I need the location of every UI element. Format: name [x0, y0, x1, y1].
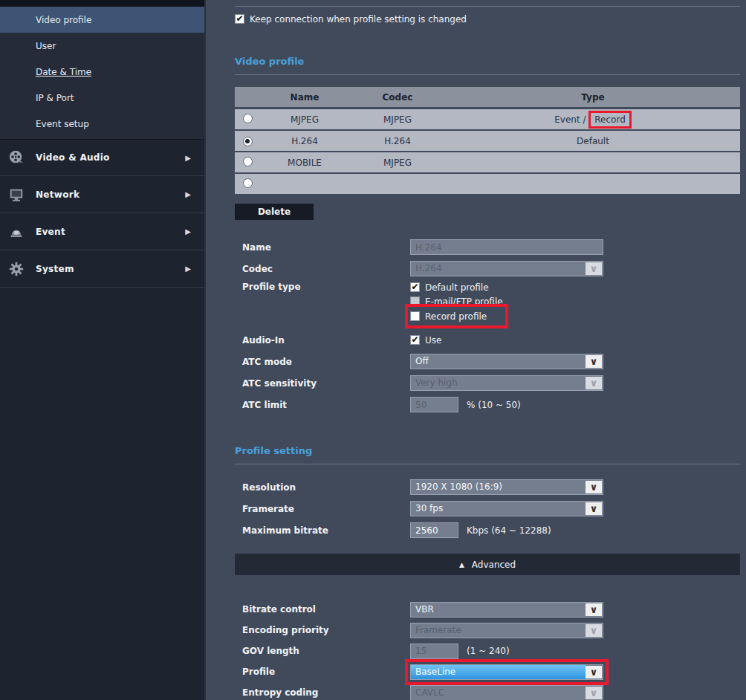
gov-length-label: GOV length [235, 646, 410, 656]
chevron-down-icon: ∨ [586, 262, 602, 275]
atc-limit-label: ATC limit [235, 400, 410, 410]
sidebar-item-date-time[interactable]: Date & Time [0, 59, 204, 85]
profile-radio-empty[interactable] [243, 178, 253, 188]
sidebar-menu-event[interactable]: Event ▶ [0, 213, 204, 250]
encoding-priority-row: Encoding priority Framerate ∨ [235, 620, 740, 641]
name-label: Name [235, 242, 410, 253]
chevron-down-icon: ∨ [586, 624, 602, 637]
profile-setting-form: Resolution 1920 X 1080 (16:9) ∨ Framerat… [235, 476, 740, 541]
table-header-row: Name Codec Type [235, 87, 740, 107]
default-profile-label: Default profile [425, 282, 489, 293]
atc-sensitivity-label: ATC sensitivity [235, 378, 410, 389]
codec-select[interactable]: H.264 ∨ [410, 261, 603, 276]
profile-radio-mobile[interactable] [243, 157, 253, 166]
advanced-toggle-label: Advanced [472, 560, 516, 570]
sidebar-item-user[interactable]: User [0, 33, 204, 59]
resolution-select[interactable]: 1920 X 1080 (16:9) ∨ [410, 479, 603, 495]
menu-item-label: Event [36, 227, 65, 237]
entropy-coding-select-value: CAVLC [411, 686, 603, 700]
monitor-icon [7, 186, 25, 204]
delete-button[interactable]: Delete [235, 204, 314, 220]
chevron-right-icon: ▶ [185, 190, 191, 198]
gov-length-row: GOV length (1 ~ 240) [235, 641, 740, 661]
entropy-coding-row: Entropy coding CAVLC ∨ [235, 682, 740, 700]
chevron-down-icon: ∨ [586, 666, 602, 678]
sidebar-menu-system[interactable]: System ▶ [0, 250, 204, 288]
gov-length-input[interactable] [410, 644, 458, 659]
sidebar: Video profile User Date & Time IP & Port… [0, 0, 206, 700]
section-divider [235, 74, 740, 75]
sidebar-item-label: User [36, 41, 56, 51]
chevron-down-icon: ∨ [586, 603, 602, 616]
framerate-row: Framerate 30 fps ∨ [235, 498, 740, 519]
cell-type: Event / Record [446, 113, 740, 126]
chevron-down-icon: ∨ [586, 502, 602, 515]
codec-label: Codec [235, 264, 410, 274]
chevron-right-icon: ▶ [185, 227, 191, 236]
record-profile-checkbox[interactable] [410, 311, 420, 321]
audio-in-use-checkbox[interactable] [410, 335, 420, 345]
content-top-divider [235, 6, 740, 7]
default-profile-checkbox[interactable] [410, 282, 420, 292]
atc-sensitivity-select[interactable]: Very high ∨ [410, 375, 603, 391]
profile-setting-section-title: Profile setting [235, 445, 740, 457]
gear-icon [7, 260, 25, 278]
profile-label: Profile [235, 667, 410, 677]
encoding-priority-select[interactable]: Framerate ∨ [410, 623, 603, 638]
video-profile-table: Name Codec Type MJPEG MJPEG Event / Reco… [235, 87, 740, 194]
app-window: Video profile User Date & Time IP & Port… [0, 0, 746, 700]
section-divider [235, 464, 740, 464]
entropy-coding-select[interactable]: CAVLC ∨ [410, 685, 603, 700]
keep-connection-label: Keep connection when profile setting is … [250, 14, 467, 25]
chevron-down-icon: ∨ [586, 687, 602, 699]
cell-name: MJPEG [260, 114, 349, 125]
record-type-highlight: Record [588, 111, 631, 129]
framerate-select-value: 30 fps [411, 502, 603, 516]
sidebar-item-label: Video profile [36, 15, 91, 25]
atc-mode-select-value: Off [411, 354, 603, 369]
chevron-down-icon: ∨ [586, 355, 602, 368]
email-ftp-profile-checkbox[interactable] [410, 296, 420, 306]
sidebar-top-bar [0, 0, 204, 7]
bitrate-control-label: Bitrate control [235, 604, 410, 615]
atc-mode-select[interactable]: Off ∨ [410, 354, 603, 369]
encoding-priority-select-value: Framerate [411, 623, 603, 638]
resolution-row: Resolution 1920 X 1080 (16:9) ∨ [235, 476, 740, 498]
maximum-bitrate-input[interactable] [410, 522, 458, 538]
sidebar-menu-network[interactable]: Network ▶ [0, 176, 204, 213]
triangle-up-icon: ▲ [459, 561, 464, 568]
codec-select-value: H.264 [411, 262, 603, 276]
bitrate-control-select-value: VBR [411, 603, 603, 617]
profile-radio-h264[interactable] [243, 137, 253, 146]
sidebar-item-event-setup[interactable]: Event setup [0, 111, 204, 137]
advanced-form: Bitrate control VBR ∨ Encoding priority … [235, 599, 740, 700]
sidebar-main-menu: Video & Audio ▶ Network ▶ [0, 139, 204, 288]
alarm-light-icon [7, 223, 25, 241]
sidebar-item-video-profile[interactable]: Video profile [0, 7, 204, 33]
bitrate-control-select[interactable]: VBR ∨ [410, 602, 603, 618]
atc-sensitivity-select-value: Very high [411, 376, 603, 390]
cell-name: H.264 [260, 136, 349, 146]
entropy-coding-label: Entropy coding [235, 687, 410, 698]
atc-limit-unit: % (10 ~ 50) [467, 400, 521, 410]
keep-connection-checkbox[interactable] [235, 14, 244, 24]
table-row: H.264 H.264 Default [235, 131, 740, 151]
advanced-toggle-bar[interactable]: ▲ Advanced [235, 554, 740, 575]
sidebar-item-label: IP & Port [36, 93, 74, 103]
settings-panel: Keep connection when profile setting is … [206, 0, 746, 700]
video-profile-section-title: Video profile [235, 56, 740, 68]
record-profile-label: Record profile [425, 311, 487, 322]
sidebar-menu-video-audio[interactable]: Video & Audio ▶ [0, 139, 204, 176]
atc-limit-input[interactable] [410, 397, 458, 412]
audio-in-row: Audio-In Use [235, 329, 740, 351]
sidebar-item-ip-port[interactable]: IP & Port [0, 85, 204, 111]
name-input[interactable] [410, 239, 603, 255]
sidebar-submenu: Video profile User Date & Time IP & Port… [0, 7, 204, 139]
column-header-type: Type [446, 92, 740, 103]
profile-radio-mjpeg[interactable] [243, 114, 253, 123]
profile-type-row: Profile type Default profile E-mail/FTP … [235, 280, 740, 323]
atc-mode-row: ATC mode Off ∨ [235, 351, 740, 372]
framerate-select[interactable]: 30 fps ∨ [410, 501, 603, 516]
sidebar-empty-area [0, 288, 204, 700]
profile-select[interactable]: BaseLine ∨ [410, 664, 603, 680]
